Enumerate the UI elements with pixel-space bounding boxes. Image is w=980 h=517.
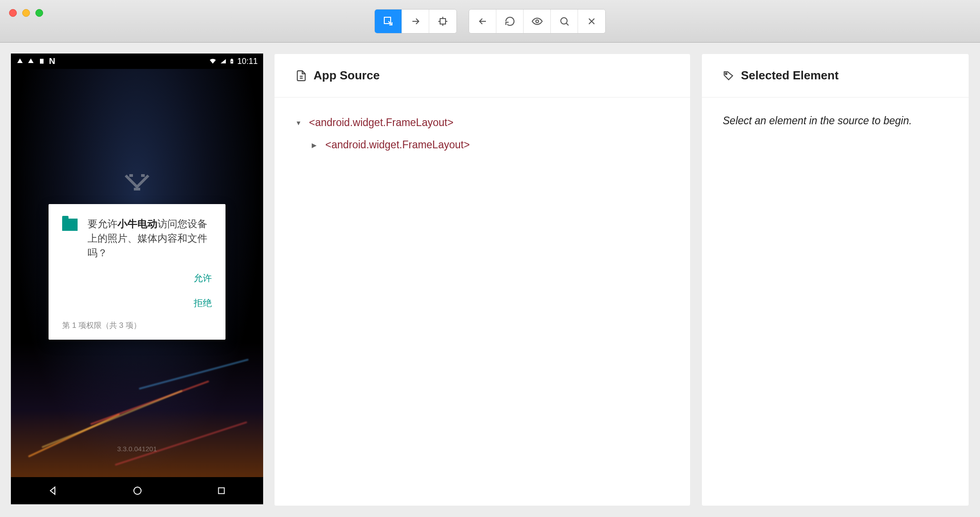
app-source-title: App Source [314,68,380,83]
svg-rect-6 [231,59,232,60]
status-icon [38,57,45,65]
source-tree: ▼ <android.widget.FrameLayout> ▶ <androi… [274,98,690,170]
tree-node-label: <android.widget.FrameLayout> [309,117,453,129]
device-screenshot[interactable]: N 10:11 3.3.0.041201 要允许小牛电动访问您设备上的照片、媒体… [11,54,263,504]
n-icon: N [49,56,55,66]
svg-rect-1 [440,19,446,24]
search-button[interactable] [551,10,578,33]
toolbar-group-inspect [374,9,457,34]
record-button[interactable] [524,10,551,33]
close-window-button[interactable] [9,9,17,17]
search-icon [559,16,570,27]
svg-point-7 [134,487,141,494]
toolbar [374,9,606,34]
tap-coordinates-button[interactable] [429,10,456,33]
svg-rect-8 [219,488,225,494]
back-button[interactable] [469,10,496,33]
nav-home-icon[interactable] [132,485,143,496]
window-controls [9,9,43,17]
selected-element-placeholder: Select an element in the source to begin… [702,98,969,144]
chevron-down-icon: ▼ [295,119,302,127]
eye-icon [532,16,543,27]
toolbar-group-actions [469,9,606,34]
quit-button[interactable] [578,10,605,33]
select-element-icon [383,16,394,27]
svg-point-2 [536,20,539,23]
tree-node-root[interactable]: ▼ <android.widget.FrameLayout> [295,115,669,131]
app-source-panel: App Source ▼ <android.widget.FrameLayout… [274,54,691,506]
maximize-window-button[interactable] [35,9,43,17]
allow-button[interactable]: 允许 [194,272,212,284]
titlebar [0,0,980,43]
tree-node-child[interactable]: ▶ <android.widget.FrameLayout> [312,137,669,153]
status-icon [16,58,24,65]
permission-counter: 第 1 项权限（共 3 项） [62,320,212,331]
nav-back-icon[interactable] [48,485,59,496]
permission-dialog: 要允许小牛电动访问您设备上的照片、媒体内容和文件吗？ 允许 拒绝 第 1 项权限… [49,204,225,340]
permission-message: 要允许小牛电动访问您设备上的照片、媒体内容和文件吗？ [88,217,212,260]
wifi-icon [208,58,217,65]
chevron-right-icon: ▶ [312,141,318,149]
signal-icon [220,58,226,65]
select-element-button[interactable] [375,10,402,33]
app-source-header: App Source [274,54,690,98]
swipe-button[interactable] [402,10,429,33]
crosshair-icon [437,16,448,27]
refresh-button[interactable] [496,10,524,33]
status-time: 10:11 [237,57,258,66]
device-nav-bar [11,477,263,504]
svg-point-3 [561,18,567,24]
deny-button[interactable]: 拒绝 [194,297,212,309]
close-icon [586,16,597,27]
nav-recent-icon[interactable] [216,486,226,496]
selected-element-panel: Selected Element Select an element in th… [701,54,969,506]
tree-node-label: <android.widget.FrameLayout> [325,139,470,151]
selected-element-title: Selected Element [741,68,838,83]
tag-icon [723,70,735,82]
minimize-window-button[interactable] [22,9,30,17]
battery-icon [229,57,235,65]
svg-rect-4 [40,59,44,64]
content: N 10:11 3.3.0.041201 要允许小牛电动访问您设备上的照片、媒体… [0,43,980,517]
version-text: 3.3.0.041201 [117,445,157,453]
refresh-icon [505,16,515,27]
device-status-bar: N 10:11 [11,54,263,69]
svg-point-9 [725,73,727,74]
file-icon [295,70,307,82]
arrow-right-icon [410,16,421,27]
arrow-left-icon [477,16,488,27]
selected-element-header: Selected Element [702,54,969,98]
app-logo-icon [121,171,153,194]
folder-icon [62,219,78,231]
status-icon [27,58,34,65]
